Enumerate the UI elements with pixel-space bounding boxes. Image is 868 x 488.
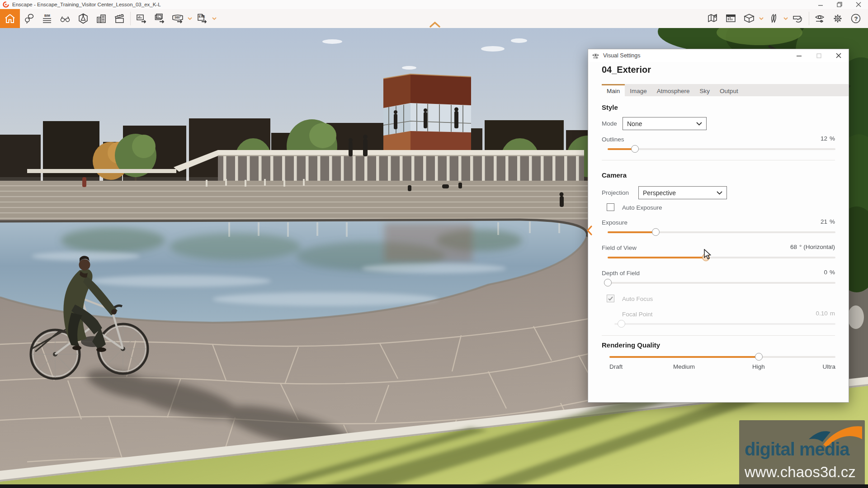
- outlines-slider-handle[interactable]: [631, 145, 639, 153]
- visual-settings-button[interactable]: [811, 9, 829, 28]
- help-button[interactable]: ?: [847, 9, 865, 28]
- quality-draft-label[interactable]: Draft: [609, 363, 623, 370]
- quality-ultra-label[interactable]: Ultra: [822, 363, 835, 370]
- focal-point-value: 0.10m: [816, 310, 835, 317]
- chevron-down-icon: [717, 191, 722, 195]
- watermark-brand: digital media: [745, 439, 849, 460]
- exe-export-button[interactable]: EXE: [193, 9, 211, 28]
- tab-main[interactable]: Main: [602, 84, 625, 96]
- auto-exposure-checkbox[interactable]: [607, 203, 614, 211]
- rendering-quality-slider[interactable]: [609, 353, 835, 361]
- screenshot-export-button[interactable]: [132, 9, 151, 28]
- batch-rendering-button[interactable]: [151, 9, 169, 28]
- window-restore-button[interactable]: [830, 0, 849, 9]
- preset-name: 04_Exterior: [602, 65, 651, 75]
- mini-map-button[interactable]: [704, 9, 722, 28]
- tab-atmosphere[interactable]: Atmosphere: [652, 84, 695, 96]
- chevron-down-icon: [696, 122, 702, 126]
- view-finder-button[interactable]: [56, 9, 74, 28]
- fly-dropdown-chevron[interactable]: [783, 9, 789, 28]
- auto-focus-checkbox[interactable]: [607, 295, 614, 302]
- projection-select[interactable]: Perspective: [638, 186, 727, 199]
- app-title: Enscape - Enscape_Training_Visitor Cente…: [12, 2, 161, 7]
- projection-value: Perspective: [643, 189, 676, 197]
- mouse-cursor: [703, 249, 713, 260]
- outlines-value: 12%: [821, 135, 835, 142]
- fov-value: 68° (Horizontal): [790, 244, 835, 250]
- asset-library-button[interactable]: [722, 9, 740, 28]
- visual-settings-icon: [592, 52, 599, 59]
- style-heading: Style: [602, 103, 618, 111]
- focal-point-label: Focal Point: [622, 311, 653, 318]
- general-settings-button[interactable]: [829, 9, 847, 28]
- watermark: digital media www.chaos3d.cz: [739, 420, 865, 487]
- visual-settings-dialog: Visual Settings 04_Exterior Main Image A…: [588, 49, 849, 403]
- dialog-tabbar: Main Image Atmosphere Sky Output: [602, 84, 849, 96]
- outlines-label: Outlines: [602, 136, 624, 143]
- outlines-slider[interactable]: [608, 145, 835, 153]
- toolbar-separator: [809, 12, 809, 25]
- rendering-quality-slider-handle[interactable]: [755, 353, 763, 361]
- material-editor-button[interactable]: [740, 9, 758, 28]
- panorama-dropdown-chevron[interactable]: [187, 9, 193, 28]
- window-minimize-button[interactable]: [811, 0, 830, 9]
- exposure-slider-handle[interactable]: [652, 228, 660, 236]
- feedback-annotation-button[interactable]: [20, 9, 38, 28]
- quality-medium-label[interactable]: Medium: [673, 363, 695, 370]
- dialog-minimize-button[interactable]: [789, 49, 809, 62]
- letterbox-bar: [0, 484, 868, 488]
- camera-heading: Camera: [602, 171, 627, 179]
- rendering-quality-heading: Rendering Quality: [602, 341, 660, 349]
- watermark-url: www.chaos3d.cz: [745, 464, 856, 481]
- window-close-button[interactable]: [849, 0, 868, 9]
- dof-slider-handle[interactable]: [604, 279, 612, 286]
- panorama-360-button[interactable]: 360°: [169, 9, 187, 28]
- toolbar-collapse-chevron[interactable]: [428, 21, 442, 28]
- dialog-title: Visual Settings: [603, 52, 640, 59]
- exposure-slider[interactable]: [608, 228, 835, 236]
- bim-information-button[interactable]: BIM: [38, 9, 56, 28]
- tab-sky[interactable]: Sky: [695, 84, 715, 96]
- bim-label: BIM: [44, 14, 50, 17]
- mode-select[interactable]: None: [623, 117, 707, 130]
- dof-value: 0%: [824, 269, 835, 276]
- enscape-window: Enscape - Enscape_Training_Visitor Cente…: [0, 0, 868, 488]
- dof-label: Depth of Field: [602, 270, 640, 277]
- auto-focus-label: Auto Focus: [622, 296, 653, 302]
- focal-point-slider[interactable]: [614, 320, 835, 328]
- pano-label: 360°: [175, 16, 181, 19]
- dialog-collapse-chevron[interactable]: [585, 224, 594, 237]
- projection-label: Projection: [602, 189, 629, 196]
- video-editor-button[interactable]: [110, 9, 128, 28]
- exe-dropdown-chevron[interactable]: [211, 9, 217, 28]
- tab-output[interactable]: Output: [715, 84, 743, 96]
- home-button[interactable]: [0, 9, 20, 28]
- mode-label: Mode: [602, 120, 617, 127]
- auto-exposure-label: Auto Exposure: [622, 204, 662, 211]
- visitor-center-tower: [383, 74, 471, 160]
- enscape-logo-icon: [2, 1, 9, 8]
- quality-high-label[interactable]: High: [752, 363, 765, 370]
- site-context-button[interactable]: [92, 9, 110, 28]
- material-dropdown-chevron[interactable]: [758, 9, 764, 28]
- dof-slider[interactable]: [608, 279, 835, 286]
- toolbar-separator: [130, 12, 131, 25]
- exe-label: EXE: [199, 15, 205, 18]
- dialog-titlebar[interactable]: Visual Settings: [588, 49, 849, 62]
- section-divider: [602, 160, 835, 160]
- exposure-value: 21%: [821, 218, 835, 225]
- vr-headset-button[interactable]: [789, 9, 807, 28]
- quality-labels: Draft Medium High Ultra: [609, 363, 835, 371]
- exposure-label: Exposure: [602, 219, 627, 226]
- tab-image[interactable]: Image: [625, 84, 652, 96]
- svg-text:?: ?: [854, 15, 858, 22]
- app-titlebar: Enscape - Enscape_Training_Visitor Cente…: [0, 0, 868, 9]
- view-management-button[interactable]: [74, 9, 92, 28]
- dialog-maximize-button[interactable]: [809, 49, 829, 62]
- fov-slider[interactable]: [608, 253, 835, 261]
- fov-label: Field of View: [602, 244, 637, 251]
- focal-point-slider-handle[interactable]: [618, 320, 625, 328]
- fly-mode-button[interactable]: [764, 9, 783, 28]
- dialog-close-button[interactable]: [829, 49, 849, 62]
- mode-value: None: [627, 120, 642, 127]
